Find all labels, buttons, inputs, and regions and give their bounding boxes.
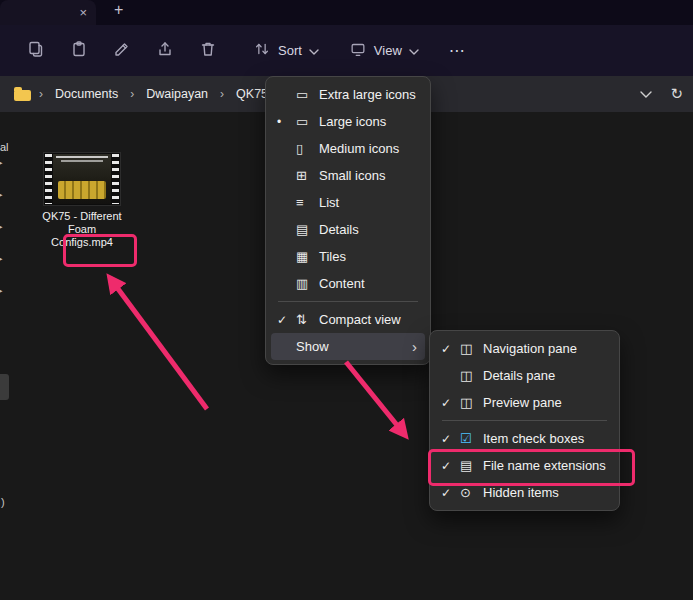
new-tab-button[interactable]: + [114,1,123,19]
menu-item-extra-large-icons[interactable]: ▭ Extra large icons [271,81,425,108]
navigation-pane-icon: ◫ [460,341,483,356]
breadcrumb-separator: › [220,87,224,101]
menu-item-show[interactable]: Show › [271,333,425,360]
close-tab-button[interactable]: × [79,6,87,19]
show-submenu: ✓ ◫ Navigation pane ◫ Details pane ✓ ◫ P… [429,330,620,511]
file-explorer-window: × + Sort View ⋯ [0,0,693,600]
menu-item-large-icons[interactable]: • ▭ Large icons [271,108,425,135]
sort-icon [253,40,271,61]
menu-item-navigation-pane[interactable]: ✓ ◫ Navigation pane [435,335,614,362]
menu-item-label: Compact view [319,312,419,327]
address-bar-actions: ↻ [640,76,683,112]
menu-separator [442,420,607,421]
explorer-tab[interactable]: × [0,0,96,25]
menu-item-label: List [319,195,419,210]
sidebar-pin-icon[interactable]: ▸ [0,252,9,265]
copy-button[interactable] [18,35,54,67]
file-document-icon: ▤ [460,458,483,473]
menu-item-label: File name extensions [483,458,608,473]
checkmark-icon: ✓ [441,459,460,473]
file-name-line: Foam [36,223,128,236]
share-icon [155,39,175,63]
breadcrumb-separator: › [130,87,134,101]
menu-item-label: Small icons [319,168,419,183]
submenu-arrow-icon: › [412,338,417,355]
menu-item-label: Medium icons [319,141,419,156]
sidebar-pin-icon[interactable]: ▸ [0,156,9,169]
breadcrumb-item-documents[interactable]: Documents [51,84,122,104]
sort-label: Sort [278,43,302,58]
checkmark-icon: ✓ [441,342,460,356]
sidebar-pin-icon[interactable]: ▸ [0,284,9,297]
share-button[interactable] [147,35,183,67]
annotation-arrow-to-extensions [346,362,405,435]
menu-item-preview-pane[interactable]: ✓ ◫ Preview pane [435,389,614,416]
menu-item-file-name-extensions[interactable]: ✓ ▤ File name extensions [435,452,614,479]
annotation-arrow-to-filename [110,278,207,409]
chevron-down-icon [309,43,319,58]
checkmark-icon: ✓ [441,432,460,446]
sidebar-fragment-text: ) [1,496,5,508]
menu-item-details[interactable]: ▤ Details [271,216,425,243]
view-label: View [374,43,402,58]
tiles-view-icon: ▦ [296,249,319,264]
chevron-down-icon [409,43,419,58]
sort-button[interactable]: Sort [243,35,329,67]
sidebar-pin-icon[interactable]: ▸ [0,220,9,233]
menu-item-medium-icons[interactable]: ▯ Medium icons [271,135,425,162]
file-item-video[interactable]: QK75 - Different Foam Configs.mp4 [36,152,128,249]
delete-button[interactable] [190,35,226,67]
checkmark-icon: ✓ [277,313,296,327]
file-name-line: Configs.mp4 [36,236,128,249]
view-button[interactable]: View [339,35,429,67]
video-thumbnail [43,152,121,206]
details-view-icon: ▤ [296,222,319,237]
menu-item-hidden-items[interactable]: ✓ ⊙ Hidden items [435,479,614,506]
eye-icon: ⊙ [460,485,483,500]
menu-item-label: Extra large icons [319,87,419,102]
breadcrumb-separator: › [39,87,43,101]
menu-item-label: Item check boxes [483,431,608,446]
menu-item-label: Show [296,339,412,354]
small-icons-icon: ⊞ [296,168,319,183]
folder-icon[interactable] [14,90,31,101]
medium-icons-icon: ▯ [296,141,319,156]
sidebar-fragment-text: al [0,141,9,153]
sidebar-pin-icon[interactable]: ▸ [0,188,9,201]
extra-large-icons-icon: ▭ [296,87,319,102]
menu-item-details-pane[interactable]: ◫ Details pane [435,362,614,389]
keyboard-graphic [58,181,106,199]
filmstrip-holes [45,154,52,204]
menu-item-small-icons[interactable]: ⊞ Small icons [271,162,425,189]
view-icon [349,40,367,61]
menu-item-item-check-boxes[interactable]: ✓ ☑ Item check boxes [435,425,614,452]
rename-icon [112,39,132,63]
details-pane-icon: ◫ [460,368,483,383]
list-view-icon: ≡ [296,195,319,210]
menu-item-tiles[interactable]: ▦ Tiles [271,243,425,270]
menu-item-content[interactable]: ▥ Content [271,270,425,297]
checkmark-icon: ✓ [441,486,460,500]
titlebar: × + [0,0,693,25]
menu-item-label: Tiles [319,249,419,264]
sidebar-selected-band [0,374,9,400]
refresh-button[interactable]: ↻ [670,85,683,103]
paste-button[interactable] [61,35,97,67]
menu-item-label: Navigation pane [483,341,608,356]
paste-icon [69,39,89,63]
trash-icon [198,39,218,63]
check-boxes-icon: ☑ [460,431,483,446]
menu-item-label: Content [319,276,419,291]
rename-button[interactable] [104,35,140,67]
menu-item-label: Details [319,222,419,237]
address-dropdown-button[interactable] [640,87,652,101]
breadcrumb-item-dwaipayan[interactable]: Dwaipayan [142,84,212,104]
selected-bullet: • [277,115,296,129]
menu-item-compact-view[interactable]: ✓ ⇅ Compact view [271,306,425,333]
menu-item-list[interactable]: ≡ List [271,189,425,216]
more-options-button[interactable]: ⋯ [449,41,466,60]
large-icons-icon: ▭ [296,114,319,129]
view-menu: ▭ Extra large icons • ▭ Large icons ▯ Me… [265,76,431,365]
menu-item-label: Hidden items [483,485,608,500]
checkmark-icon: ✓ [441,396,460,410]
